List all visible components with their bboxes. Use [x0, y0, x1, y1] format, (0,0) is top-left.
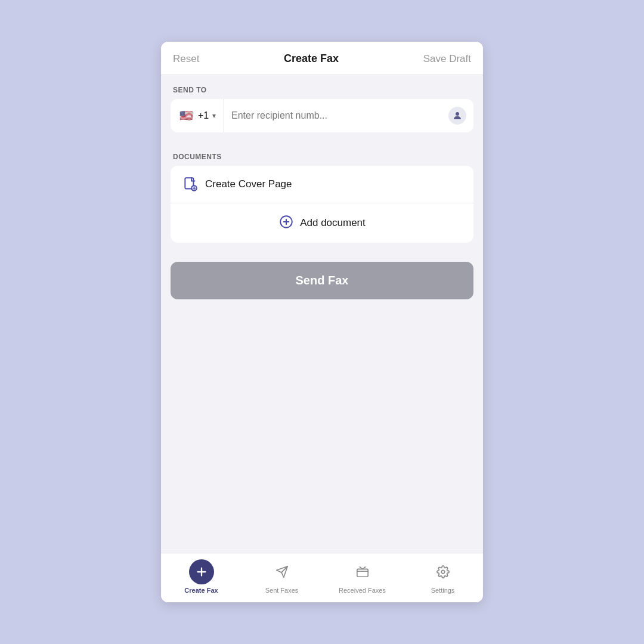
reset-button[interactable]: Reset: [173, 53, 199, 65]
main-content: SEND TO 🇺🇸 +1 ▾ DOCUMENTS: [161, 75, 483, 553]
flag-icon: 🇺🇸: [178, 107, 194, 124]
settings-icon-wrap: [431, 559, 456, 584]
header: Reset Create Fax Save Draft: [161, 42, 483, 75]
bottom-nav: Create Fax Sent Faxes Received Faxes: [161, 553, 483, 602]
chevron-down-icon: ▾: [212, 112, 216, 120]
received-faxes-icon-wrap: [350, 559, 375, 584]
create-cover-page-button[interactable]: Create Cover Page: [171, 166, 473, 203]
add-document-label: Add document: [300, 217, 366, 229]
create-cover-page-label: Create Cover Page: [205, 178, 292, 190]
phone-input[interactable]: [231, 110, 448, 121]
nav-settings[interactable]: Settings: [402, 559, 483, 594]
phone-screen: Reset Create Fax Save Draft SEND TO 🇺🇸 +…: [161, 42, 483, 602]
send-to-row: 🇺🇸 +1 ▾: [171, 99, 473, 132]
add-document-button[interactable]: Add document: [171, 203, 473, 243]
documents-label: DOCUMENTS: [161, 142, 483, 166]
country-selector[interactable]: 🇺🇸 +1 ▾: [171, 99, 224, 132]
create-fax-icon-wrap: [189, 559, 214, 584]
nav-sent-faxes[interactable]: Sent Faxes: [242, 559, 322, 594]
nav-create-fax[interactable]: Create Fax: [161, 559, 242, 594]
phone-input-wrapper: [224, 107, 473, 125]
nav-received-faxes[interactable]: Received Faxes: [322, 559, 402, 594]
sent-faxes-icon-wrap: [270, 559, 295, 584]
send-fax-button[interactable]: Send Fax: [171, 262, 473, 299]
page-title: Create Fax: [284, 52, 339, 65]
save-draft-button[interactable]: Save Draft: [423, 53, 471, 65]
cover-page-icon: [182, 177, 198, 192]
svg-rect-4: [357, 569, 367, 577]
nav-settings-label: Settings: [431, 587, 455, 594]
documents-card: Create Cover Page Add document: [171, 166, 473, 243]
nav-received-faxes-label: Received Faxes: [339, 587, 386, 594]
nav-sent-faxes-label: Sent Faxes: [265, 587, 299, 594]
svg-point-0: [456, 112, 459, 116]
nav-create-fax-label: Create Fax: [184, 587, 218, 594]
svg-point-5: [441, 570, 445, 574]
contact-icon[interactable]: [448, 107, 466, 125]
send-to-label: SEND TO: [161, 75, 483, 99]
plus-circle-icon: [278, 214, 294, 232]
country-code: +1: [198, 110, 209, 121]
